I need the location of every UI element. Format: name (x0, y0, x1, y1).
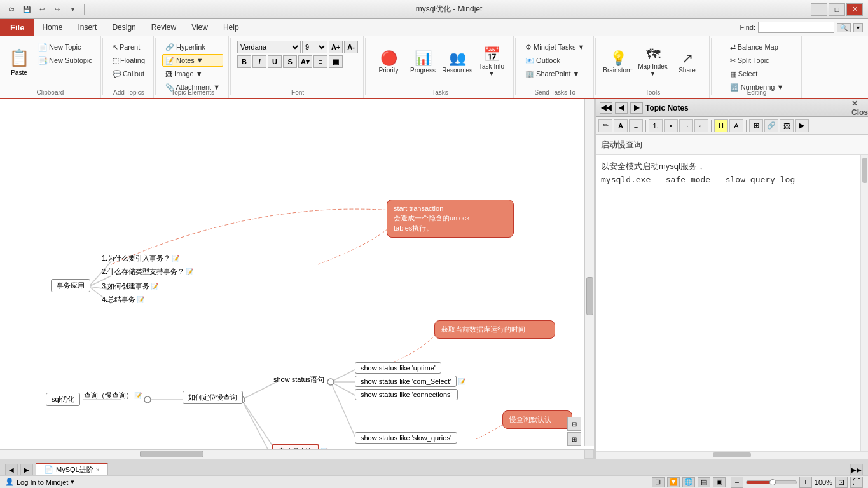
notes-close-btn[interactable]: ✕ Close (851, 102, 864, 114)
bold-btn[interactable]: B (237, 55, 251, 68)
node-box-connections[interactable]: show status like 'connections' (355, 389, 458, 400)
align-btn[interactable]: ≡ (313, 55, 327, 68)
node-sql优化[interactable]: sql优化 (46, 393, 80, 406)
canvas-horizontal-scrollbar[interactable] (0, 449, 584, 459)
menu-review[interactable]: Review (144, 19, 184, 36)
restore-btn[interactable]: □ (829, 3, 845, 16)
brainstorm-button[interactable]: 💡 Brainstorm (602, 41, 635, 84)
node-box-事务应用[interactable]: 事务应用 (51, 279, 90, 292)
tab-mysql[interactable]: 📄 MySQL进阶 × (36, 463, 108, 475)
new-subtopic-button[interactable]: 📑 New Subtopic (34, 54, 95, 67)
zoom-in-btn[interactable]: + (799, 477, 812, 488)
italic-btn[interactable]: I (252, 55, 266, 68)
edit-icon-4[interactable]: 📝 (137, 296, 144, 303)
highlight-btn[interactable]: ▣ (329, 55, 343, 68)
edit-icon-2[interactable]: 📝 (186, 268, 193, 275)
notes-ul-btn[interactable]: • (664, 119, 678, 132)
edit-icon-1[interactable]: 📝 (172, 255, 179, 262)
notes-button[interactable]: 📝 Notes ▼ (162, 54, 223, 67)
zoom-handle[interactable] (769, 479, 776, 485)
edit-icon-com[interactable]: 📝 (458, 378, 465, 385)
notes-align-btn[interactable]: ≡ (629, 119, 643, 132)
find-options[interactable]: ▾ (853, 23, 863, 32)
notes-font-color-btn[interactable]: A (729, 119, 743, 132)
notes-scrollbar[interactable] (860, 155, 868, 451)
font-shrink-btn[interactable]: A- (344, 41, 358, 53)
notes-indent-btn[interactable]: → (679, 119, 693, 132)
node-box-com-select[interactable]: show status like 'com_Select' (355, 376, 457, 387)
panel-collapse-btn[interactable]: ◀◀ (600, 102, 612, 114)
find-input[interactable] (758, 22, 834, 33)
zoom-slider[interactable] (746, 480, 797, 484)
outlook-button[interactable]: 📧 Outlook (522, 54, 588, 67)
notes-hscroll[interactable] (596, 451, 868, 459)
priority-button[interactable]: 🔴 Priority (372, 41, 405, 84)
tab-close[interactable]: × (96, 466, 100, 473)
expand-btn[interactable]: ⊞ (567, 432, 581, 446)
sharepoint-button[interactable]: 🏢 SharePoint ▼ (522, 67, 588, 80)
notes-link-btn[interactable]: 🔗 (764, 119, 778, 132)
login-btn[interactable]: 👤 Log In to Mindjet ▾ (5, 478, 74, 486)
font-size-select[interactable]: 9 (302, 41, 327, 53)
edit-icon-查询[interactable]: 📝 (134, 392, 142, 399)
node-3[interactable]: 3.如何创建事务 📝 (102, 281, 158, 291)
notes-pen-btn[interactable]: ✏ (598, 119, 612, 132)
balance-map-button[interactable]: ⇄ Balance Map (727, 41, 787, 53)
save-btn[interactable]: 💾 (20, 4, 33, 15)
notes-scroll-thumb[interactable] (862, 158, 867, 183)
resources-button[interactable]: 👥 Resources (441, 41, 474, 84)
notes-more-btn[interactable]: ▶ (795, 119, 809, 132)
menu-view[interactable]: View (184, 19, 216, 36)
node-uptime[interactable]: show status like 'uptime' (355, 362, 441, 374)
callout-button[interactable]: 💬 Callout (109, 67, 148, 80)
new-topic-button[interactable]: 📄 New Topic (34, 41, 95, 53)
node-box-uptime[interactable]: show status like 'uptime' (355, 362, 441, 374)
progress-button[interactable]: 📊 Progress (406, 41, 439, 84)
redo-btn[interactable]: ↪ (51, 4, 64, 15)
mindjet-tasks-button[interactable]: ⚙ Mindjet Tasks ▼ (522, 41, 588, 53)
task-info-button[interactable]: 📅 Task Info ▼ (475, 41, 508, 84)
menu-home[interactable]: Home (34, 19, 70, 36)
notes-hscroll-thumb[interactable] (713, 452, 751, 458)
notes-image-btn[interactable]: 🖼 (780, 119, 794, 132)
filter2-btn[interactable]: 🔽 (667, 477, 680, 487)
fullscreen-btn[interactable]: ⛶ (850, 477, 863, 488)
undo-btn[interactable]: ↩ (36, 4, 48, 15)
node-事务应用[interactable]: 事务应用 (51, 279, 90, 292)
node-com-select[interactable]: show status like 'com_Select' 📝 (355, 376, 465, 387)
node-connections[interactable]: show status like 'connections' (355, 389, 458, 400)
map-index-button[interactable]: 🗺 Map Index ▼ (637, 41, 670, 84)
split-topic-button[interactable]: ✂ Split Topic (727, 54, 787, 67)
menu-file[interactable]: File (0, 19, 34, 36)
underline-btn[interactable]: U (268, 55, 282, 68)
share-button[interactable]: ↗ Share (671, 41, 704, 84)
find-button[interactable]: 🔍 (837, 23, 851, 32)
more-btn[interactable]: ▾ (66, 4, 79, 15)
menu-help[interactable]: Help (216, 19, 247, 36)
notes-nav-prev[interactable]: ◀ (615, 102, 628, 114)
node-查询[interactable]: 查询（慢查询） 📝 (84, 391, 142, 400)
notes-outdent-btn[interactable]: ← (694, 119, 708, 132)
font-grow-btn[interactable]: A+ (329, 41, 343, 53)
node-box-如何定位[interactable]: 如何定位慢查询 (183, 391, 243, 404)
tab-add-btn[interactable]: ▶▶ (850, 464, 863, 475)
edit-icon-3[interactable]: 📝 (151, 283, 158, 290)
view-web-btn[interactable]: 🌐 (682, 477, 695, 487)
collapse-btn[interactable]: ⊟ (567, 417, 581, 431)
hscroll-thumb[interactable] (140, 451, 203, 458)
node-box-slow-quries[interactable]: show status like 'slow_quries' (355, 432, 457, 444)
filter-btn[interactable]: ⊞ (652, 477, 665, 487)
notes-table-btn[interactable]: ⊞ (749, 119, 763, 132)
font-family-select[interactable]: Verdana (237, 41, 301, 53)
menu-insert[interactable]: Insert (70, 19, 104, 36)
canvas-vertical-scrollbar[interactable] (584, 99, 594, 446)
node-如何定位[interactable]: 如何定位慢查询 (183, 391, 243, 404)
view2-btn[interactable]: ▣ (713, 477, 726, 487)
mind-map-canvas[interactable]: 事务应用 1.为什么要引入事务？ 📝 2.什么存储类型支持事务？ 📝 3.如何创… (0, 99, 595, 459)
tab-nav-prev[interactable]: ◀ (5, 464, 18, 475)
notes-ol-btn[interactable]: 1. (649, 119, 663, 132)
notes-nav-next[interactable]: ▶ (630, 102, 643, 114)
view1-btn[interactable]: ▤ (698, 477, 710, 487)
hyperlink-button[interactable]: 🔗 Hyperlink (162, 41, 223, 53)
node-2[interactable]: 2.什么存储类型支持事务？ 📝 (102, 267, 193, 276)
